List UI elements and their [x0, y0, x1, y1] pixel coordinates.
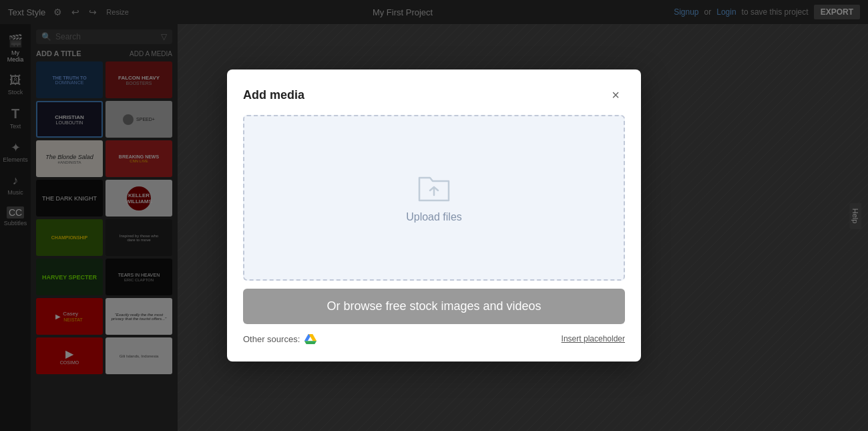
- upload-text: Upload files: [406, 211, 462, 223]
- other-sources-label: Other sources:: [243, 334, 300, 344]
- other-sources-left: Other sources:: [243, 332, 317, 345]
- other-sources: Other sources: Insert placeholder: [243, 332, 625, 345]
- insert-placeholder-link[interactable]: Insert placeholder: [562, 334, 625, 343]
- modal-overlay: Add media × Upload files Or browse free …: [0, 0, 868, 431]
- upload-folder-icon: [417, 172, 451, 204]
- modal-header: Add media ×: [243, 86, 625, 104]
- add-media-modal: Add media × Upload files Or browse free …: [227, 69, 641, 362]
- modal-title: Add media: [243, 88, 304, 102]
- close-button[interactable]: ×: [606, 86, 625, 104]
- google-drive-icon[interactable]: [304, 332, 317, 345]
- browse-stock-button[interactable]: Or browse free stock images and videos: [243, 289, 625, 324]
- upload-area[interactable]: Upload files: [243, 115, 625, 281]
